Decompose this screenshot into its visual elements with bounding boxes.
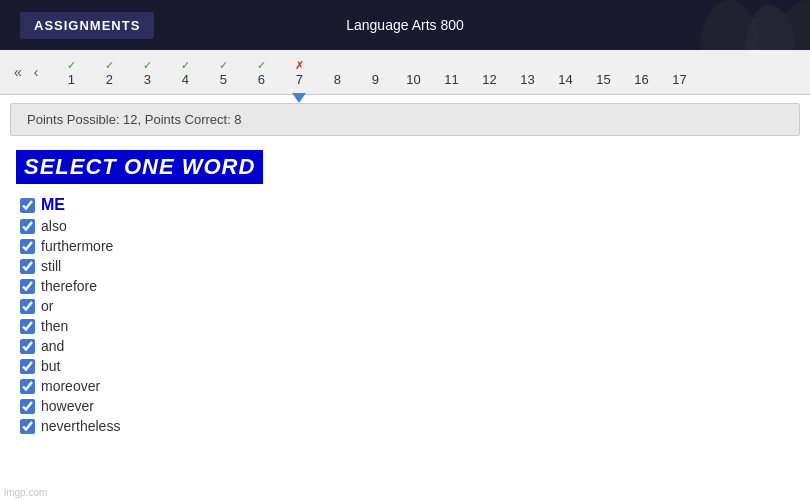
option-item-then[interactable]: then [20, 318, 794, 334]
nav-num-3[interactable]: ✓3 [128, 58, 166, 87]
nav-num-label-6: 6 [258, 72, 265, 87]
nav-check-7: ✗ [295, 58, 304, 72]
nav-num-1[interactable]: ✓1 [52, 58, 90, 87]
option-item-also[interactable]: also [20, 218, 794, 234]
nav-num-label-3: 3 [144, 72, 151, 87]
option-item-however[interactable]: however [20, 398, 794, 414]
nav-check-17 [678, 58, 681, 72]
nav-num-label-7: 7 [296, 72, 303, 87]
option-checkbox-but[interactable] [20, 359, 35, 374]
nav-check-14 [564, 58, 567, 72]
nav-num-label-1: 1 [68, 72, 75, 87]
option-checkbox-nevertheless[interactable] [20, 419, 35, 434]
option-checkbox-then[interactable] [20, 319, 35, 334]
option-label-and: and [41, 338, 64, 354]
prev-prev-button[interactable]: « [10, 62, 26, 82]
option-item-but[interactable]: but [20, 358, 794, 374]
nav-bar: « ‹ ✓1✓2✓3✓4✓5✓6✗7 8 9 10 11 12 13 14 15… [0, 50, 810, 95]
option-item-moreover[interactable]: moreover [20, 378, 794, 394]
nav-num-10[interactable]: 10 [394, 58, 432, 87]
nav-num-label-4: 4 [182, 72, 189, 87]
option-checkbox-therefore[interactable] [20, 279, 35, 294]
nav-check-3: ✓ [143, 58, 152, 72]
option-label-therefore: therefore [41, 278, 97, 294]
nav-num-label-10: 10 [406, 72, 420, 87]
nav-check-16 [640, 58, 643, 72]
nav-num-9[interactable]: 9 [356, 58, 394, 87]
points-bar: Points Possible: 12, Points Correct: 8 [10, 103, 800, 136]
nav-check-4: ✓ [181, 58, 190, 72]
option-checkbox-also[interactable] [20, 219, 35, 234]
current-page-indicator [292, 93, 306, 103]
nav-check-1: ✓ [67, 58, 76, 72]
option-label-still: still [41, 258, 61, 274]
nav-num-label-16: 16 [634, 72, 648, 87]
option-checkbox-me[interactable] [20, 198, 35, 213]
instruction-label: SELECT ONE WORD [16, 150, 263, 184]
nav-num-label-12: 12 [482, 72, 496, 87]
nav-num-4[interactable]: ✓4 [166, 58, 204, 87]
option-checkbox-still[interactable] [20, 259, 35, 274]
nav-check-15 [602, 58, 605, 72]
svg-point-2 [775, 0, 810, 50]
question-area: SELECT ONE WORD MEalsofurthermorestillth… [0, 140, 810, 444]
nav-num-14[interactable]: 14 [546, 58, 584, 87]
nav-num-6[interactable]: ✓6 [242, 58, 280, 87]
option-label-nevertheless: nevertheless [41, 418, 120, 434]
assignments-button[interactable]: ASSIGNMENTS [20, 12, 154, 39]
nav-num-2[interactable]: ✓2 [90, 58, 128, 87]
options-list: MEalsofurthermorestillthereforeorthenand… [16, 196, 794, 434]
nav-check-6: ✓ [257, 58, 266, 72]
option-item-and[interactable]: and [20, 338, 794, 354]
nav-check-12 [488, 58, 491, 72]
nav-num-label-11: 11 [444, 72, 458, 87]
option-checkbox-furthermore[interactable] [20, 239, 35, 254]
option-label-or: or [41, 298, 53, 314]
nav-check-5: ✓ [219, 58, 228, 72]
option-item-me[interactable]: ME [20, 196, 794, 214]
option-checkbox-however[interactable] [20, 399, 35, 414]
watermark: imgp.com [4, 487, 47, 498]
nav-num-7[interactable]: ✗7 [280, 58, 318, 87]
nav-num-5[interactable]: ✓5 [204, 58, 242, 87]
nav-num-17[interactable]: 17 [660, 58, 698, 87]
nav-check-9 [374, 58, 377, 72]
nav-num-13[interactable]: 13 [508, 58, 546, 87]
header: ASSIGNMENTS Language Arts 800 [0, 0, 810, 50]
nav-numbers: ✓1✓2✓3✓4✓5✓6✗7 8 9 10 11 12 13 14 15 16 … [52, 58, 800, 87]
nav-check-10 [412, 58, 415, 72]
option-label-then: then [41, 318, 68, 334]
nav-check-8 [336, 58, 339, 72]
nav-arrows: « ‹ [10, 62, 42, 82]
option-label-me: ME [41, 196, 65, 214]
option-checkbox-and[interactable] [20, 339, 35, 354]
option-label-however: however [41, 398, 94, 414]
option-item-still[interactable]: still [20, 258, 794, 274]
prev-button[interactable]: ‹ [30, 62, 43, 82]
nav-num-16[interactable]: 16 [622, 58, 660, 87]
nav-num-label-2: 2 [106, 72, 113, 87]
option-label-also: also [41, 218, 67, 234]
nav-check-2: ✓ [105, 58, 114, 72]
nav-num-label-8: 8 [334, 72, 341, 87]
option-item-or[interactable]: or [20, 298, 794, 314]
decorative-silhouettes [410, 0, 810, 50]
nav-num-15[interactable]: 15 [584, 58, 622, 87]
option-label-furthermore: furthermore [41, 238, 113, 254]
nav-num-12[interactable]: 12 [470, 58, 508, 87]
nav-check-13 [526, 58, 529, 72]
option-checkbox-moreover[interactable] [20, 379, 35, 394]
nav-num-label-13: 13 [520, 72, 534, 87]
nav-num-11[interactable]: 11 [432, 58, 470, 87]
nav-num-8[interactable]: 8 [318, 58, 356, 87]
nav-num-label-14: 14 [558, 72, 572, 87]
option-item-therefore[interactable]: therefore [20, 278, 794, 294]
nav-check-11 [450, 58, 453, 72]
nav-num-label-9: 9 [372, 72, 379, 87]
option-checkbox-or[interactable] [20, 299, 35, 314]
option-label-moreover: moreover [41, 378, 100, 394]
nav-num-label-17: 17 [672, 72, 686, 87]
option-item-nevertheless[interactable]: nevertheless [20, 418, 794, 434]
option-item-furthermore[interactable]: furthermore [20, 238, 794, 254]
nav-num-label-15: 15 [596, 72, 610, 87]
